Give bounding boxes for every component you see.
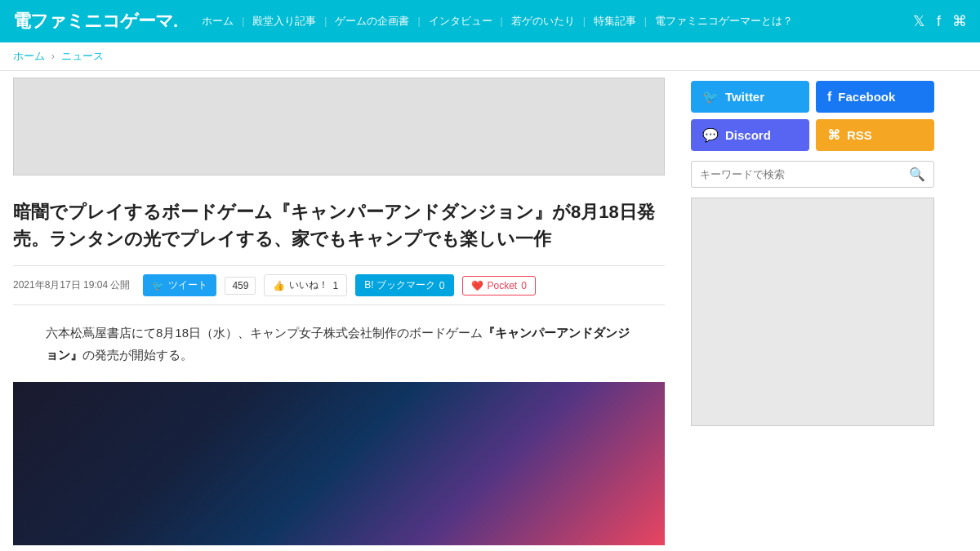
- like-button[interactable]: 👍 いいね！ 1: [264, 274, 347, 296]
- main-nav: ホーム | 殿堂入り記事 | ゲームの企画書 | インタビュー | 若ゲのいたり…: [194, 14, 913, 29]
- header-rss-icon[interactable]: ⌘: [952, 12, 967, 30]
- breadcrumb-home[interactable]: ホーム: [13, 50, 45, 62]
- search-box: 🔍: [691, 161, 934, 188]
- pocket-count: 0: [521, 280, 527, 291]
- breadcrumb-separator: ›: [51, 50, 55, 62]
- content-area: 暗闇でプレイするボードゲーム『キャンパーアンドダンジョン』が8月18日発売。ラン…: [0, 71, 678, 551]
- search-icon[interactable]: 🔍: [909, 167, 925, 182]
- breadcrumb: ホーム › ニュース: [0, 42, 980, 71]
- tweet-icon: 🐦: [152, 280, 164, 291]
- header-facebook-icon[interactable]: f: [937, 13, 941, 30]
- header-twitter-icon[interactable]: 𝕏: [913, 12, 925, 30]
- nav-interview[interactable]: インタビュー: [421, 14, 501, 29]
- body-text-1: 六本松蔦屋書店にて8月18日（水）、キャンプ女子株式会社制作のボードゲーム: [46, 326, 483, 340]
- pocket-icon: ❤️: [471, 280, 483, 291]
- pocket-button[interactable]: ❤️ Pocket 0: [462, 276, 536, 295]
- article-section: 暗闇でプレイするボードゲーム『キャンパーアンドダンジョン』が8月18日発売。ラン…: [0, 182, 678, 551]
- rss-icon: ⌘: [827, 127, 840, 143]
- tweet-label: ツイート: [168, 278, 207, 292]
- nav-about[interactable]: 電ファミニコゲーマーとは？: [647, 14, 801, 29]
- sidebar-ad: [691, 198, 934, 426]
- breadcrumb-current[interactable]: ニュース: [61, 50, 104, 62]
- bookmark-button[interactable]: B! ブックマーク 0: [355, 274, 453, 296]
- nav-feature[interactable]: 特集記事: [586, 14, 644, 29]
- body-text-2: の発売が開始する。: [82, 348, 193, 362]
- header-social-links: 𝕏 f ⌘: [913, 12, 967, 30]
- article-meta: 2021年8月17日 19:04 公開 🐦 ツイート 459 👍 いいね！ 1 …: [13, 265, 665, 305]
- sidebar-twitter-button[interactable]: 🐦 Twitter: [691, 81, 809, 113]
- discord-icon: 💬: [702, 127, 719, 143]
- article-title: 暗闇でプレイするボードゲーム『キャンパーアンドダンジョン』が8月18日発売。ラン…: [13, 198, 665, 252]
- main-layout: 暗闇でプレイするボードゲーム『キャンパーアンドダンジョン』が8月18日発売。ラン…: [0, 71, 980, 551]
- search-input[interactable]: [700, 168, 909, 180]
- sidebar: 🐦 Twitter f Facebook 💬 Discord ⌘ RSS 🔍: [678, 71, 947, 551]
- nav-home[interactable]: ホーム: [194, 14, 242, 29]
- twitter-icon: 🐦: [702, 89, 719, 104]
- sidebar-facebook-button[interactable]: f Facebook: [816, 81, 934, 113]
- sidebar-facebook-label: Facebook: [838, 90, 895, 104]
- facebook-icon: f: [827, 90, 831, 104]
- sidebar-discord-button[interactable]: 💬 Discord: [691, 119, 809, 151]
- nav-hall-of-fame[interactable]: 殿堂入り記事: [244, 14, 324, 29]
- article-date: 2021年8月17日 19:04 公開: [13, 278, 130, 292]
- nav-young-games[interactable]: 若ゲのいたり: [503, 14, 583, 29]
- pocket-label: Pocket: [488, 280, 518, 291]
- article-image: [13, 382, 665, 545]
- tweet-button[interactable]: 🐦 ツイート: [143, 274, 216, 296]
- ad-banner-top: [13, 78, 665, 176]
- nav-game-plans[interactable]: ゲームの企画書: [327, 14, 417, 29]
- sidebar-rss-label: RSS: [847, 128, 872, 142]
- sidebar-discord-label: Discord: [725, 128, 771, 142]
- site-header: 電ファミニコゲーマ. ホーム | 殿堂入り記事 | ゲームの企画書 | インタビ…: [0, 0, 980, 42]
- like-count: 1: [332, 280, 338, 291]
- site-logo[interactable]: 電ファミニコゲーマ.: [13, 9, 177, 33]
- bookmark-label: B! ブックマーク: [364, 278, 435, 292]
- sidebar-social-buttons: 🐦 Twitter f Facebook 💬 Discord ⌘ RSS: [691, 81, 934, 151]
- sidebar-twitter-label: Twitter: [725, 90, 764, 104]
- like-icon: 👍: [273, 280, 285, 291]
- sidebar-rss-button[interactable]: ⌘ RSS: [816, 119, 934, 151]
- bookmark-count: 0: [439, 280, 445, 291]
- article-body: 六本松蔦屋書店にて8月18日（水）、キャンプ女子株式会社制作のボードゲーム『キャ…: [13, 322, 665, 366]
- like-label: いいね！: [289, 278, 328, 292]
- tweet-count: 459: [225, 277, 256, 295]
